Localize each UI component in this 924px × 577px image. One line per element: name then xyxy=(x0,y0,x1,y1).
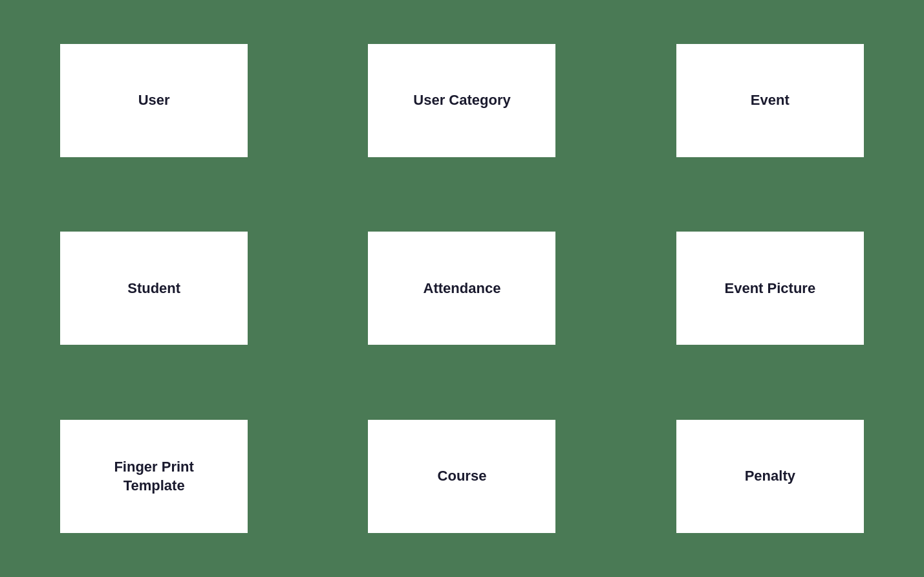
card-course[interactable]: Course xyxy=(368,420,555,533)
cell-event: Event xyxy=(616,6,924,195)
card-attendance-label: Attendance xyxy=(424,279,501,298)
card-finger-print-template[interactable]: Finger Print Template xyxy=(60,420,248,533)
card-user-category-label: User Category xyxy=(413,91,510,110)
cell-finger-print-template: Finger Print Template xyxy=(0,382,308,571)
card-penalty-label: Penalty xyxy=(745,467,795,486)
cell-penalty: Penalty xyxy=(616,382,924,571)
card-finger-print-template-label: Finger Print Template xyxy=(114,458,193,495)
card-student-label: Student xyxy=(127,279,180,298)
card-course-label: Course xyxy=(438,467,487,486)
cell-user-category: User Category xyxy=(308,6,616,195)
cell-user: User xyxy=(0,6,308,195)
cell-event-picture: Event Picture xyxy=(616,195,924,383)
card-student[interactable]: Student xyxy=(60,232,248,345)
card-event-picture[interactable]: Event Picture xyxy=(676,232,864,345)
card-event-label: Event xyxy=(751,91,790,110)
cell-course: Course xyxy=(308,382,616,571)
card-user-label: User xyxy=(138,91,170,110)
card-penalty[interactable]: Penalty xyxy=(676,420,864,533)
cell-attendance: Attendance xyxy=(308,195,616,383)
card-attendance[interactable]: Attendance xyxy=(368,232,555,345)
card-event-picture-label: Event Picture xyxy=(725,279,816,298)
cell-student: Student xyxy=(0,195,308,383)
card-event[interactable]: Event xyxy=(676,44,864,157)
card-user-category[interactable]: User Category xyxy=(368,44,555,157)
card-user[interactable]: User xyxy=(60,44,248,157)
